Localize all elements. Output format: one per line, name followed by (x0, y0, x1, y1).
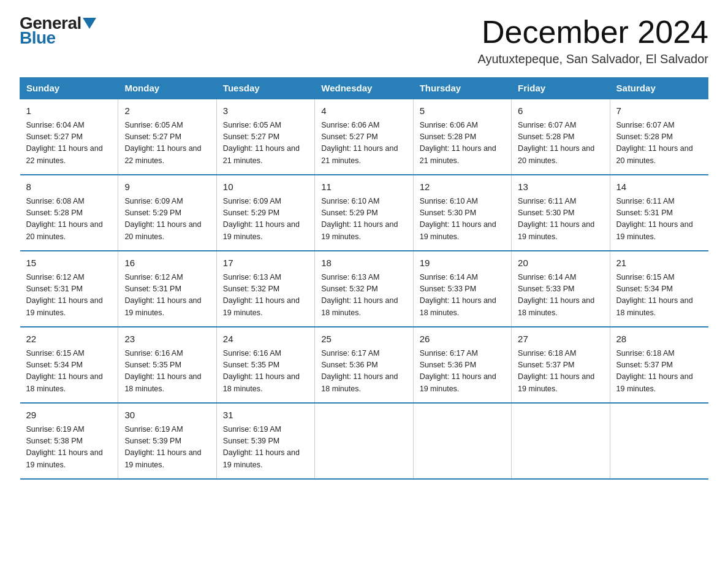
day-cell: 16Sunrise: 6:12 AMSunset: 5:31 PMDayligh… (118, 251, 216, 327)
day-number: 23 (124, 332, 210, 347)
week-row-5: 29Sunrise: 6:19 AMSunset: 5:38 PMDayligh… (20, 403, 708, 479)
day-info: Sunrise: 6:17 AMSunset: 5:36 PMDaylight:… (420, 348, 505, 396)
day-cell: 21Sunrise: 6:15 AMSunset: 5:34 PMDayligh… (610, 251, 708, 327)
day-number: 12 (420, 180, 505, 194)
day-cell: 22Sunrise: 6:15 AMSunset: 5:34 PMDayligh… (20, 327, 118, 403)
day-cell: 28Sunrise: 6:18 AMSunset: 5:37 PMDayligh… (610, 327, 708, 403)
day-info: Sunrise: 6:08 AMSunset: 5:28 PMDaylight:… (26, 196, 112, 243)
day-number: 28 (616, 332, 702, 347)
day-number: 22 (26, 332, 112, 347)
day-number: 8 (26, 180, 112, 194)
page-header: General Blue December 2024 Ayutuxtepeque… (20, 15, 708, 66)
day-info: Sunrise: 6:04 AMSunset: 5:27 PMDaylight:… (26, 120, 112, 167)
column-header-thursday: Thursday (413, 78, 511, 99)
day-cell: 5Sunrise: 6:06 AMSunset: 5:28 PMDaylight… (413, 99, 511, 175)
day-number: 1 (26, 104, 112, 118)
day-cell: 6Sunrise: 6:07 AMSunset: 5:28 PMDaylight… (512, 99, 610, 175)
day-number: 14 (616, 180, 702, 194)
column-header-friday: Friday (512, 78, 610, 99)
day-cell: 29Sunrise: 6:19 AMSunset: 5:38 PMDayligh… (20, 403, 118, 479)
day-cell: 31Sunrise: 6:19 AMSunset: 5:39 PMDayligh… (216, 403, 314, 479)
day-info: Sunrise: 6:13 AMSunset: 5:32 PMDaylight:… (223, 272, 308, 320)
day-info: Sunrise: 6:07 AMSunset: 5:28 PMDaylight:… (616, 120, 702, 167)
day-info: Sunrise: 6:14 AMSunset: 5:33 PMDaylight:… (518, 272, 603, 320)
day-cell: 9Sunrise: 6:09 AMSunset: 5:29 PMDaylight… (118, 175, 216, 251)
day-cell: 14Sunrise: 6:11 AMSunset: 5:31 PMDayligh… (610, 175, 708, 251)
day-info: Sunrise: 6:11 AMSunset: 5:31 PMDaylight:… (616, 196, 702, 243)
calendar-table: SundayMondayTuesdayWednesdayThursdayFrid… (20, 77, 708, 480)
day-number: 19 (420, 256, 505, 270)
day-cell: 12Sunrise: 6:10 AMSunset: 5:30 PMDayligh… (413, 175, 511, 251)
day-number: 7 (616, 104, 702, 118)
day-info: Sunrise: 6:18 AMSunset: 5:37 PMDaylight:… (518, 348, 603, 396)
day-cell: 15Sunrise: 6:12 AMSunset: 5:31 PMDayligh… (20, 251, 118, 327)
day-cell: 27Sunrise: 6:18 AMSunset: 5:37 PMDayligh… (512, 327, 610, 403)
day-info: Sunrise: 6:18 AMSunset: 5:37 PMDaylight:… (616, 348, 702, 396)
day-number: 25 (321, 332, 406, 347)
day-info: Sunrise: 6:19 AMSunset: 5:38 PMDaylight:… (26, 424, 112, 472)
day-number: 31 (223, 408, 308, 423)
day-number: 27 (518, 332, 603, 347)
day-number: 29 (26, 408, 112, 423)
day-number: 18 (321, 256, 406, 270)
day-cell: 25Sunrise: 6:17 AMSunset: 5:36 PMDayligh… (315, 327, 413, 403)
day-cell: 30Sunrise: 6:19 AMSunset: 5:39 PMDayligh… (118, 403, 216, 479)
day-info: Sunrise: 6:12 AMSunset: 5:31 PMDaylight:… (26, 272, 112, 320)
day-info: Sunrise: 6:19 AMSunset: 5:39 PMDaylight:… (223, 424, 308, 472)
day-cell: 17Sunrise: 6:13 AMSunset: 5:32 PMDayligh… (216, 251, 314, 327)
day-info: Sunrise: 6:12 AMSunset: 5:31 PMDaylight:… (124, 272, 210, 320)
day-cell: 8Sunrise: 6:08 AMSunset: 5:28 PMDaylight… (20, 175, 118, 251)
day-cell: 1Sunrise: 6:04 AMSunset: 5:27 PMDaylight… (20, 99, 118, 175)
day-number: 24 (223, 332, 308, 347)
day-cell: 18Sunrise: 6:13 AMSunset: 5:32 PMDayligh… (315, 251, 413, 327)
day-cell: 7Sunrise: 6:07 AMSunset: 5:28 PMDaylight… (610, 99, 708, 175)
day-info: Sunrise: 6:17 AMSunset: 5:36 PMDaylight:… (321, 348, 406, 396)
day-cell: 10Sunrise: 6:09 AMSunset: 5:29 PMDayligh… (216, 175, 314, 251)
day-number: 2 (124, 104, 210, 118)
day-number: 15 (26, 256, 112, 270)
week-row-2: 8Sunrise: 6:08 AMSunset: 5:28 PMDaylight… (20, 175, 708, 251)
calendar-body: 1Sunrise: 6:04 AMSunset: 5:27 PMDaylight… (20, 99, 708, 479)
column-header-sunday: Sunday (20, 78, 118, 99)
day-number: 6 (518, 104, 603, 118)
day-number: 13 (518, 180, 603, 194)
day-info: Sunrise: 6:06 AMSunset: 5:28 PMDaylight:… (420, 120, 505, 167)
day-info: Sunrise: 6:05 AMSunset: 5:27 PMDaylight:… (223, 120, 308, 167)
day-number: 3 (223, 104, 308, 118)
day-number: 30 (124, 408, 210, 423)
day-number: 21 (616, 256, 702, 270)
day-cell: 24Sunrise: 6:16 AMSunset: 5:35 PMDayligh… (216, 327, 314, 403)
day-cell: 11Sunrise: 6:10 AMSunset: 5:29 PMDayligh… (315, 175, 413, 251)
day-cell: 2Sunrise: 6:05 AMSunset: 5:27 PMDaylight… (118, 99, 216, 175)
day-info: Sunrise: 6:10 AMSunset: 5:29 PMDaylight:… (321, 196, 406, 243)
day-cell (512, 403, 610, 479)
day-cell (413, 403, 511, 479)
day-cell: 13Sunrise: 6:11 AMSunset: 5:30 PMDayligh… (512, 175, 610, 251)
day-number: 26 (420, 332, 505, 347)
day-cell: 20Sunrise: 6:14 AMSunset: 5:33 PMDayligh… (512, 251, 610, 327)
day-number: 10 (223, 180, 308, 194)
month-year-title: December 2024 (477, 15, 708, 50)
location-subtitle: Ayutuxtepeque, San Salvador, El Salvador (477, 52, 708, 66)
day-cell (315, 403, 413, 479)
day-cell: 19Sunrise: 6:14 AMSunset: 5:33 PMDayligh… (413, 251, 511, 327)
day-info: Sunrise: 6:15 AMSunset: 5:34 PMDaylight:… (616, 272, 702, 320)
day-cell (610, 403, 708, 479)
day-info: Sunrise: 6:07 AMSunset: 5:28 PMDaylight:… (518, 120, 603, 167)
logo-arrow-icon (83, 18, 96, 29)
day-info: Sunrise: 6:14 AMSunset: 5:33 PMDaylight:… (420, 272, 505, 320)
day-cell: 4Sunrise: 6:06 AMSunset: 5:27 PMDaylight… (315, 99, 413, 175)
day-info: Sunrise: 6:10 AMSunset: 5:30 PMDaylight:… (420, 196, 505, 243)
day-info: Sunrise: 6:13 AMSunset: 5:32 PMDaylight:… (321, 272, 406, 320)
day-info: Sunrise: 6:16 AMSunset: 5:35 PMDaylight:… (124, 348, 210, 396)
day-number: 9 (124, 180, 210, 194)
day-info: Sunrise: 6:11 AMSunset: 5:30 PMDaylight:… (518, 196, 603, 243)
column-header-tuesday: Tuesday (216, 78, 314, 99)
calendar-header-row: SundayMondayTuesdayWednesdayThursdayFrid… (20, 78, 708, 99)
column-header-wednesday: Wednesday (315, 78, 413, 99)
day-number: 16 (124, 256, 210, 270)
logo-text-blue: Blue (20, 29, 56, 47)
week-row-1: 1Sunrise: 6:04 AMSunset: 5:27 PMDaylight… (20, 99, 708, 175)
day-cell: 26Sunrise: 6:17 AMSunset: 5:36 PMDayligh… (413, 327, 511, 403)
day-number: 11 (321, 180, 406, 194)
